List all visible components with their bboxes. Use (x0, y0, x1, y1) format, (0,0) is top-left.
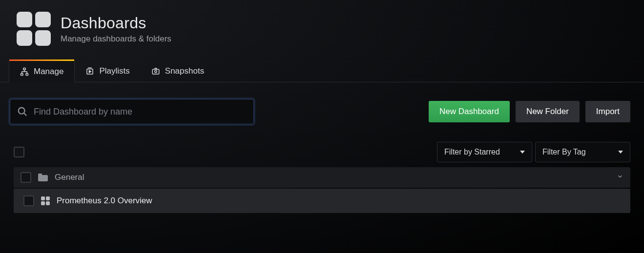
folder-icon (38, 174, 48, 181)
folder-name: General (55, 173, 84, 182)
page-header: Dashboards Manage dashboards & folders (0, 0, 644, 52)
search-box[interactable] (10, 99, 254, 124)
select-all-checkbox[interactable] (14, 147, 24, 157)
filter-row: Filter by Starred Filter By Tag (0, 124, 644, 167)
tab-playlists[interactable]: Playlists (75, 60, 140, 82)
chevron-down-icon (618, 151, 623, 154)
tab-manage[interactable]: Manage (9, 61, 75, 82)
tab-label: Snapshots (165, 66, 204, 76)
filter-tag-select[interactable]: Filter By Tag (535, 142, 630, 162)
search-input[interactable] (34, 107, 247, 117)
button-label: Import (596, 107, 620, 117)
svg-rect-1 (21, 74, 23, 76)
svg-rect-2 (26, 74, 28, 76)
chevron-down-icon (617, 173, 623, 182)
svg-rect-4 (152, 69, 159, 74)
item-checkbox[interactable] (23, 195, 34, 206)
list-item[interactable]: Prometheus 2.0 Overview (14, 189, 630, 213)
folder-row[interactable]: General (14, 167, 630, 188)
camera-icon (151, 67, 160, 76)
dashboard-list: General Prometheus 2.0 Overview (0, 167, 644, 213)
button-label: New Dashboard (439, 107, 499, 117)
action-bar: New Dashboard New Folder Import (0, 82, 644, 124)
item-name: Prometheus 2.0 Overview (57, 196, 152, 206)
filter-starred-select[interactable]: Filter by Starred (437, 142, 532, 162)
button-label: New Folder (526, 107, 569, 117)
playlist-icon (85, 67, 94, 76)
svg-point-6 (19, 108, 25, 114)
page-title: Dashboards (61, 14, 171, 32)
dashboard-icon (41, 196, 50, 205)
tab-snapshots[interactable]: Snapshots (141, 60, 215, 82)
filter-label: Filter by Starred (444, 148, 500, 156)
dashboards-icon (17, 12, 51, 46)
folder-checkbox[interactable] (21, 172, 31, 183)
new-dashboard-button[interactable]: New Dashboard (429, 101, 510, 122)
tab-label: Playlists (99, 66, 129, 76)
tabs: Manage Playlists Snapshots (0, 60, 644, 82)
svg-point-5 (155, 71, 157, 73)
header-text: Dashboards Manage dashboards & folders (61, 14, 171, 44)
filter-label: Filter By Tag (542, 148, 586, 156)
page-subtitle: Manage dashboards & folders (61, 34, 171, 44)
import-button[interactable]: Import (585, 101, 630, 122)
svg-rect-0 (23, 68, 26, 70)
search-icon (17, 106, 28, 117)
tab-label: Manage (34, 67, 63, 77)
chevron-down-icon (520, 151, 525, 154)
sitemap-icon (20, 67, 29, 76)
new-folder-button[interactable]: New Folder (516, 101, 580, 122)
